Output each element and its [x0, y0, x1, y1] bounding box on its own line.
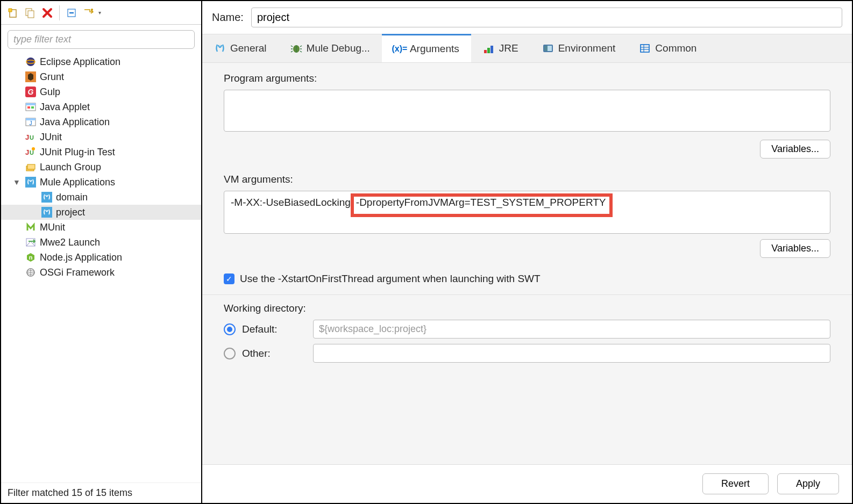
- tree-item-mule-apps[interactable]: ▼Mule Applications: [1, 175, 201, 190]
- node-icon: n: [25, 251, 37, 263]
- tree-item-junit-plugin[interactable]: JUJUnit Plug-in Test: [1, 145, 201, 160]
- program-args-label: Program arguments:: [224, 73, 830, 84]
- svg-rect-37: [487, 48, 490, 53]
- launch-group-icon: [25, 161, 37, 173]
- jre-icon: [483, 42, 495, 54]
- mule-icon: [41, 191, 53, 203]
- svg-rect-41: [544, 46, 548, 51]
- default-radio[interactable]: [224, 323, 236, 335]
- tree-item-munit[interactable]: MUnit: [1, 220, 201, 235]
- svg-text:G: G: [28, 88, 34, 96]
- grunt-icon: [25, 71, 37, 83]
- osgi-icon: [25, 267, 37, 278]
- collapse-all-icon[interactable]: [64, 5, 79, 20]
- default-radio-label: Default:: [242, 323, 307, 335]
- tree-item-applet[interactable]: Java Applet: [1, 99, 201, 114]
- common-icon: [639, 42, 651, 54]
- tabs: General Mule Debug... (x)=Arguments JRE …: [202, 34, 852, 63]
- new-config-icon[interactable]: [5, 5, 20, 20]
- tab-environment[interactable]: Environment: [530, 34, 628, 62]
- tree-item-mwe[interactable]: Mwe2 Launch: [1, 235, 201, 250]
- filter-input[interactable]: [8, 30, 195, 49]
- tree-item-project[interactable]: project: [1, 205, 201, 220]
- tree-item-osgi[interactable]: OSGi Framework: [1, 265, 201, 280]
- vm-args-label: VM arguments:: [224, 174, 830, 185]
- svg-rect-42: [641, 45, 649, 52]
- left-toolbar: ▾: [1, 1, 201, 25]
- mule-icon: [214, 42, 226, 54]
- bug-icon: [290, 42, 302, 54]
- svg-text:J: J: [25, 133, 29, 141]
- tab-mule-debug[interactable]: Mule Debug...: [279, 34, 382, 62]
- other-radio[interactable]: [224, 348, 236, 359]
- env-icon: [542, 42, 554, 54]
- svg-point-6: [26, 57, 35, 66]
- swt-checkbox[interactable]: ✓: [224, 273, 234, 284]
- arguments-panel: Program arguments: Variables... VM argum…: [202, 63, 852, 464]
- name-label: Name:: [212, 11, 244, 24]
- tab-common[interactable]: Common: [627, 34, 708, 62]
- expand-arrow-icon[interactable]: ▼: [13, 178, 22, 186]
- tree-item-eclipse[interactable]: Eclipse Application: [1, 54, 201, 69]
- junit-icon: JU: [25, 131, 37, 143]
- svg-rect-14: [31, 106, 34, 109]
- svg-text:U: U: [30, 134, 34, 141]
- tree-item-node[interactable]: nNode.js Application: [1, 250, 201, 265]
- svg-rect-38: [491, 46, 493, 53]
- default-dir-input: [313, 320, 830, 339]
- svg-rect-13: [27, 106, 30, 109]
- vm-args-input[interactable]: -M-XX:-UseBiasedLocking-DpropertyFromJVM…: [224, 191, 830, 234]
- other-dir-input[interactable]: [313, 344, 830, 363]
- swt-checkbox-label: Use the -XstartOnFirstThread argument wh…: [240, 273, 541, 285]
- svg-rect-2: [28, 11, 34, 18]
- svg-text:J: J: [30, 120, 32, 126]
- revert-button[interactable]: Revert: [702, 473, 769, 494]
- program-args-input[interactable]: [224, 90, 830, 132]
- mwe-icon: [25, 236, 37, 248]
- args-icon: (x)=: [394, 43, 406, 55]
- munit-icon: [25, 221, 37, 233]
- svg-point-5: [91, 9, 93, 11]
- filter-icon[interactable]: [81, 5, 96, 20]
- tree-item-grunt[interactable]: Grunt: [1, 69, 201, 84]
- other-radio-label: Other:: [242, 348, 307, 359]
- eclipse-icon: [25, 56, 37, 68]
- mule-icon: [25, 176, 37, 188]
- svg-rect-12: [26, 103, 35, 105]
- name-input[interactable]: [251, 8, 842, 27]
- config-tree: Eclipse Application Grunt GGulp Java App…: [1, 53, 201, 483]
- java-icon: J: [25, 116, 37, 128]
- tab-general[interactable]: General: [202, 34, 279, 62]
- svg-rect-25: [25, 177, 36, 188]
- svg-text:J: J: [25, 148, 29, 156]
- vm-variables-button[interactable]: Variables...: [760, 239, 830, 258]
- left-panel: ▾ Eclipse Application Grunt GGulp Java A…: [1, 1, 202, 503]
- tree-item-java[interactable]: JJava Application: [1, 114, 201, 129]
- tab-arguments[interactable]: (x)=Arguments: [382, 34, 471, 62]
- apply-button[interactable]: Apply: [777, 473, 839, 494]
- svg-rect-24: [27, 164, 35, 169]
- gulp-icon: G: [25, 86, 37, 98]
- working-dir-label: Working directory:: [224, 303, 830, 314]
- mule-icon: [41, 206, 53, 218]
- tree-item-gulp[interactable]: GGulp: [1, 84, 201, 99]
- program-variables-button[interactable]: Variables...: [760, 140, 830, 159]
- tree-item-launch-group[interactable]: Launch Group: [1, 160, 201, 175]
- duplicate-config-icon[interactable]: [23, 5, 38, 20]
- tree-item-domain[interactable]: domain: [1, 190, 201, 205]
- footer: Revert Apply: [202, 464, 852, 503]
- junit-plugin-icon: JU: [25, 146, 37, 158]
- vm-highlight: -DpropertyFromJVMArg=TEST_SYSTEM_PROPERT…: [351, 193, 613, 217]
- filter-status: Filter matched 15 of 15 items: [1, 483, 201, 503]
- svg-rect-27: [41, 207, 52, 218]
- tab-jre[interactable]: JRE: [471, 34, 530, 62]
- svg-text:n: n: [29, 254, 33, 261]
- svg-point-22: [32, 147, 35, 150]
- applet-icon: [25, 101, 37, 113]
- svg-rect-26: [41, 192, 52, 203]
- delete-config-icon[interactable]: [40, 5, 55, 20]
- svg-rect-36: [484, 50, 487, 53]
- right-panel: Name: General Mule Debug... (x)=Argument…: [202, 1, 852, 503]
- tree-item-junit[interactable]: JUJUnit: [1, 129, 201, 145]
